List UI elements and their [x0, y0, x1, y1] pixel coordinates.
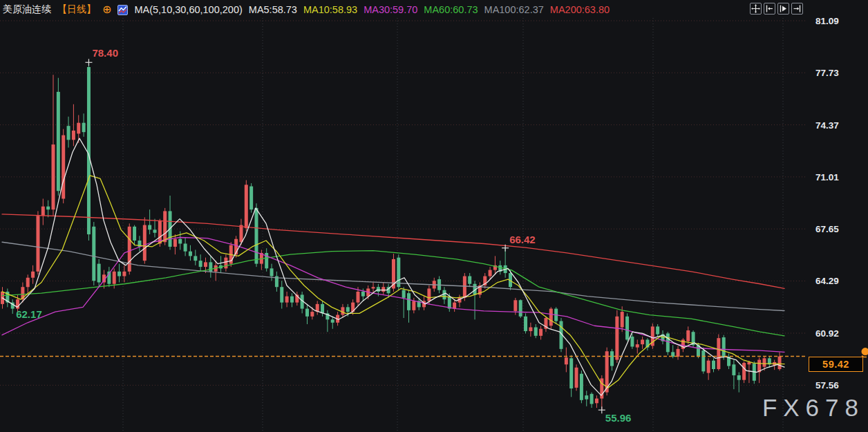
y-axis-tick-label: 74.37	[815, 120, 839, 131]
candle-body	[128, 227, 131, 272]
candle-body	[412, 301, 415, 310]
candle-body	[310, 312, 314, 317]
ma100-value: MA100:62.37	[484, 4, 544, 15]
candle-body	[625, 317, 629, 340]
candle-body	[524, 317, 527, 331]
candle-body	[539, 329, 542, 336]
circle-plus-icon[interactable]: ⊕	[102, 5, 111, 15]
candle-body	[72, 131, 75, 140]
candle-body	[77, 123, 80, 134]
candle-body	[701, 350, 705, 371]
pan-button[interactable]	[750, 3, 762, 15]
candle-body	[565, 357, 568, 364]
jump-end-icon	[793, 4, 802, 13]
candle-body	[46, 207, 50, 209]
candle-body	[62, 135, 65, 199]
chart-header: 美原油连续 【日线】 ⊕ MA(5,10,30,60,100,200) MA5:…	[3, 3, 610, 16]
ma30-value: MA30:59.70	[364, 4, 417, 15]
candle-body	[463, 276, 466, 298]
candlestick-chart[interactable]: 78.4062.1766.4255.9681.0977.7374.3771.01…	[0, 0, 868, 432]
candle-body	[372, 287, 375, 288]
chart-toolbar	[750, 3, 803, 15]
y-axis-tick-label: 81.09	[815, 16, 839, 26]
candle-body	[448, 297, 451, 309]
candle-body	[305, 309, 309, 317]
candle-body	[331, 319, 334, 322]
candle-body	[712, 361, 715, 369]
ma-settings-label: MA(5,10,30,60,100,200)	[134, 4, 242, 15]
candle-body	[163, 211, 167, 242]
candle-body	[615, 317, 619, 360]
price-marker-label: 55.96	[605, 412, 632, 424]
candle-body	[290, 297, 294, 303]
ma10-value: MA10:58.93	[303, 4, 357, 15]
candle-body	[26, 278, 30, 287]
candle-body	[732, 364, 735, 375]
ma200-value: MA200:63.80	[550, 4, 610, 15]
play-icon	[779, 4, 788, 13]
candle-body	[519, 300, 522, 317]
candle-body	[57, 92, 60, 191]
candle-body	[41, 207, 45, 216]
candle-body	[97, 264, 101, 283]
candle-body	[377, 287, 380, 292]
jump-start-button[interactable]	[764, 3, 775, 15]
jump-end-button[interactable]	[791, 3, 803, 15]
candle-body	[361, 292, 365, 297]
candle-body	[239, 225, 243, 243]
candle-body	[122, 272, 126, 276]
period-label[interactable]: 【日线】	[57, 3, 96, 16]
candle-body	[549, 309, 553, 326]
candle-body	[489, 270, 492, 276]
candle-body	[341, 307, 344, 314]
candle-body	[569, 358, 573, 388]
candle-body	[402, 290, 406, 298]
candle-body	[82, 123, 86, 132]
y-axis-tick-label: 64.29	[815, 276, 839, 286]
candle-body	[513, 300, 517, 311]
candle-body	[285, 297, 289, 303]
candles-layer	[1, 62, 782, 410]
symbol-name: 美原油连续	[3, 3, 51, 16]
price-marker-label: 66.42	[509, 234, 536, 245]
candle-body	[590, 394, 594, 404]
ma60-value: MA60:60.73	[424, 4, 478, 15]
candle-body	[52, 144, 55, 209]
candle-body	[280, 287, 283, 302]
candle-body	[199, 261, 202, 267]
candle-body	[178, 239, 182, 244]
current-price-box: 59.42	[809, 357, 863, 372]
candle-body	[585, 395, 588, 400]
watermark: FX678	[762, 394, 865, 422]
current-price-value: 59.42	[822, 359, 849, 370]
candle-body	[245, 185, 248, 228]
candle-body	[427, 288, 431, 301]
candle-body	[133, 227, 136, 241]
candle-body	[87, 67, 91, 234]
ma5-value: MA5:58.73	[249, 4, 297, 15]
chart-style-icon[interactable]	[117, 5, 128, 15]
candle-body	[763, 358, 766, 366]
candle-body	[742, 363, 746, 380]
candle-body	[153, 229, 157, 232]
candle-body	[357, 292, 360, 303]
candle-body	[194, 256, 197, 261]
candle-body	[204, 262, 207, 267]
candle-body	[92, 227, 95, 281]
candle-body	[468, 276, 471, 284]
price-marker-label: 78.40	[92, 47, 118, 59]
candle-body	[778, 357, 782, 369]
candle-body	[707, 361, 710, 373]
candle-body	[722, 337, 726, 357]
candle-body	[534, 327, 538, 335]
candle-body	[31, 272, 35, 278]
play-button[interactable]	[777, 3, 789, 15]
candle-body	[717, 338, 720, 369]
candle-body	[148, 225, 151, 230]
price-scale[interactable]: 81.0977.7374.3771.0167.6564.2960.9257.56	[815, 16, 839, 391]
chart-canvas[interactable]: 78.4062.1766.4255.9681.0977.7374.3771.01…	[0, 0, 868, 432]
grid-layer	[0, 18, 807, 432]
candle-body	[641, 339, 644, 344]
pan-icon	[751, 4, 760, 13]
candle-body	[143, 225, 147, 261]
